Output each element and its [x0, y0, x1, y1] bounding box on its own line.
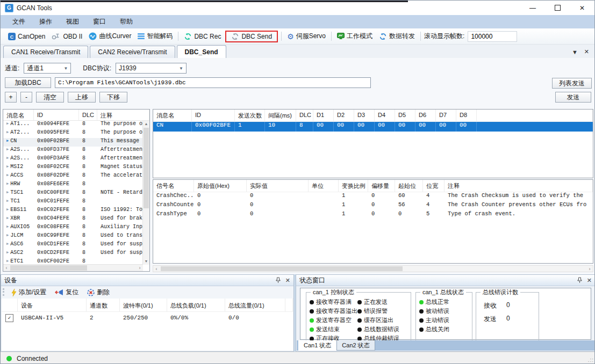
toolbar-button-curve[interactable]: 曲线Curver: [85, 31, 134, 42]
status-tab-can2-status[interactable]: Can2 状态: [336, 340, 375, 351]
column-header[interactable]: 位宽: [423, 180, 445, 192]
device-checkbox[interactable]: ✓: [5, 314, 13, 322]
vscroll-thumb[interactable]: [144, 128, 149, 208]
column-header[interactable]: 信号名: [153, 180, 194, 192]
tab-dbc-send[interactable]: DBC_Send: [177, 45, 226, 58]
expand-arrow-icon[interactable]: ▶: [6, 259, 9, 263]
signal-table-hscrollbar[interactable]: ‹ ›: [153, 265, 593, 272]
column-header[interactable]: D5: [395, 110, 415, 121]
toolbar-button-canopen[interactable]: CCanOpen: [5, 32, 48, 41]
maximize-button[interactable]: [545, 1, 570, 15]
resize-grip[interactable]: .::: [588, 357, 594, 363]
column-header[interactable]: D4: [375, 110, 395, 121]
column-header[interactable]: D7: [436, 110, 456, 121]
dbc-path-input[interactable]: [55, 77, 371, 88]
message-row[interactable]: ▶XBR0x0C04FEFE8Used for brake c: [3, 215, 143, 224]
message-table-hscrollbar[interactable]: ‹ ›: [3, 264, 143, 271]
toolbar-button-dbc-rec[interactable]: DBC Rec: [181, 32, 224, 41]
panel-close-icon[interactable]: ✕: [587, 277, 592, 284]
expand-arrow-icon[interactable]: ▶: [6, 139, 9, 143]
toolbar-button-smart-decode[interactable]: 智能解码: [134, 31, 176, 42]
message-row[interactable]: ▶ASC20x0CD2FEFE8Used for suspens: [3, 250, 143, 258]
list-send-button[interactable]: 列表发送: [552, 78, 592, 89]
clear-button[interactable]: 清空: [36, 92, 64, 103]
expand-arrow-icon[interactable]: ▶: [6, 181, 9, 186]
message-row[interactable]: ▶ASC60x0CD1FEFE8Used for suspens: [3, 241, 143, 250]
message-row[interactable]: ▶CN0x00F02BFE8This message is: [3, 138, 143, 147]
toolbar-button-servo[interactable]: ⚙伺服Servo: [284, 31, 329, 42]
column-header[interactable]: D1: [313, 110, 334, 121]
device-toolbar-button-reset[interactable]: 复位: [51, 288, 82, 297]
move-down-button[interactable]: 下移: [99, 92, 127, 103]
send-button[interactable]: 发送: [555, 92, 591, 103]
expand-arrow-icon[interactable]: ▶: [6, 121, 9, 126]
column-header[interactable]: ID: [192, 110, 235, 121]
scroll-left-icon[interactable]: ‹: [3, 265, 10, 271]
message-row[interactable]: ▶JLCM0x0C99FEFE8Used to transfer: [3, 232, 143, 241]
column-header[interactable]: 总线流量(0/1): [225, 299, 285, 311]
status-tab-can1-status[interactable]: Can1 状态: [298, 340, 336, 351]
tab-list-dropdown-icon[interactable]: ▼: [572, 49, 578, 55]
remove-row-button[interactable]: -: [20, 92, 32, 103]
column-header[interactable]: 间隔(ms): [265, 110, 296, 121]
scroll-right-icon[interactable]: ›: [137, 265, 143, 271]
hscroll-thumb[interactable]: [161, 266, 403, 271]
toolbar-button-work-mode[interactable]: 工作模式: [334, 31, 376, 42]
frame-count-input[interactable]: [468, 31, 517, 42]
menu-item-operate[interactable]: 操作: [32, 17, 59, 26]
tab-can1-receive-transmit[interactable]: CAN1 Receive/Transmit: [3, 46, 88, 58]
column-header[interactable]: 单位: [309, 180, 339, 192]
column-header[interactable]: D2: [334, 110, 354, 121]
message-row[interactable]: ▶A2S...0x00FD37FE8Aftertreatment 2: [3, 147, 143, 155]
message-row[interactable]: ▶AT1...0x0094FEFE8The purpose of t: [3, 121, 143, 129]
expand-arrow-icon[interactable]: ▶: [6, 233, 9, 237]
column-header[interactable]: 变换比例: [339, 180, 368, 192]
expand-arrow-icon[interactable]: ▶: [6, 156, 9, 160]
pin-icon[interactable]: [577, 277, 582, 283]
tab-can2-receive-transmit[interactable]: CAN2 Receive/Transmit: [90, 46, 175, 58]
expand-arrow-icon[interactable]: ▶: [6, 242, 9, 246]
column-header[interactable]: 通道数: [87, 299, 120, 311]
message-row[interactable]: ▶TC10x0C01FEFE8: [3, 198, 143, 207]
column-header[interactable]: 设备: [18, 299, 87, 311]
menu-item-file[interactable]: 文件: [5, 17, 32, 26]
hscroll-thumb[interactable]: [10, 265, 87, 271]
column-header[interactable]: D8: [456, 110, 477, 121]
protocol-select[interactable]: J1939 ▼: [116, 63, 187, 74]
toolbar-button-dbc-send[interactable]: DBC Send: [228, 32, 275, 41]
column-header[interactable]: 发送次数: [235, 110, 265, 121]
message-table-vscrollbar[interactable]: ▲ ▼: [142, 121, 149, 265]
column-header[interactable]: D3: [354, 110, 375, 121]
scroll-up-icon[interactable]: ▲: [143, 121, 149, 127]
pin-icon[interactable]: [276, 277, 281, 283]
signal-row[interactable]: CrashChec...0010604The Crash Checksum is…: [153, 192, 593, 201]
message-row[interactable]: ▶AUXIO50x0C08FEFE8Auxiliary Input/: [3, 224, 143, 232]
expand-arrow-icon[interactable]: ▶: [6, 224, 9, 229]
device-toolbar-button-add-setup[interactable]: 添加/设置: [8, 288, 50, 297]
column-header[interactable]: 实际值: [247, 180, 309, 192]
scroll-left-icon[interactable]: ‹: [153, 266, 160, 272]
expand-arrow-icon[interactable]: ▶: [6, 173, 9, 177]
column-header[interactable]: 偏移量: [368, 180, 395, 192]
close-button[interactable]: ✕: [570, 1, 594, 15]
message-row[interactable]: ▶TSC10x0C00FEFE8NOTE - Retarder: [3, 190, 143, 198]
column-header[interactable]: 注释: [97, 110, 149, 120]
move-up-button[interactable]: 上移: [68, 92, 96, 103]
load-dbc-button[interactable]: 加载DBC: [5, 77, 51, 88]
column-header[interactable]: 消息名: [153, 110, 192, 121]
scroll-right-icon[interactable]: ›: [586, 266, 593, 272]
menu-item-window[interactable]: 窗口: [86, 17, 113, 26]
panel-close-icon[interactable]: ✕: [285, 277, 290, 284]
device-row[interactable]: ✓USBCAN-II-V52250/2500%/0%0/0: [2, 312, 293, 324]
column-header[interactable]: 波特率(0/1): [120, 299, 167, 311]
column-header[interactable]: 起始位: [395, 180, 423, 192]
signal-row[interactable]: CrashCounter0010564The Crash Counter pre…: [153, 201, 593, 210]
column-header[interactable]: 注释: [445, 180, 593, 192]
message-row[interactable]: ▶EBS110x0C02FEFE8ISO 11992: Towin: [3, 207, 143, 215]
message-row[interactable]: ▶ACCS0x08F02DFE8The acceleration: [3, 172, 143, 181]
minimize-button[interactable]: —: [520, 1, 545, 15]
expand-arrow-icon[interactable]: ▶: [6, 164, 9, 169]
message-row[interactable]: ▶MSI20x08F02CFE8Magnet Status In: [3, 164, 143, 172]
channel-select[interactable]: 通道1 ▼: [24, 63, 71, 74]
menu-item-help[interactable]: 帮助: [113, 17, 140, 26]
